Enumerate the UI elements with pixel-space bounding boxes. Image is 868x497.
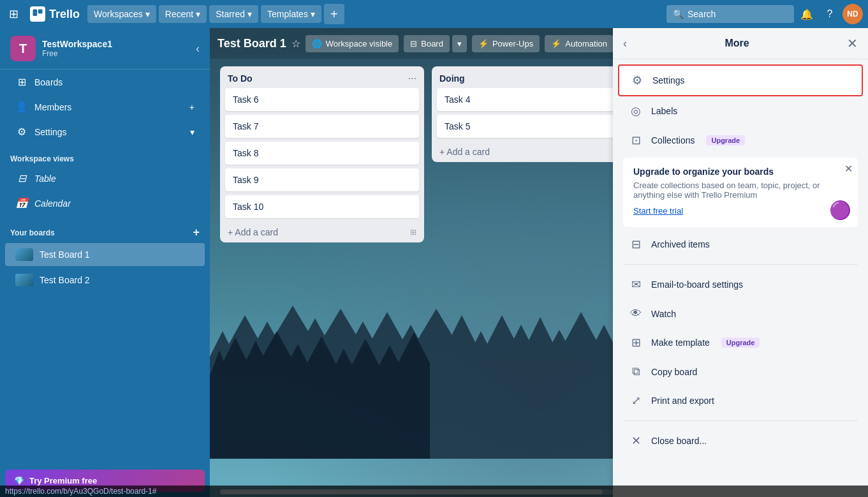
card-task9[interactable]: Task 9 xyxy=(225,168,419,191)
board-title: Test Board 1 xyxy=(217,37,286,50)
card-task5[interactable]: Task 5 xyxy=(437,115,631,138)
members-icon: 👤 xyxy=(15,101,28,113)
more-panel-item-collections[interactable]: ⊡ Collections Upgrade xyxy=(618,126,863,155)
sidebar-item-settings[interactable]: ⚙ Settings ▾ xyxy=(5,121,205,143)
copy-icon: ⧉ xyxy=(628,365,644,378)
premium-icon: 💎 xyxy=(14,476,24,486)
more-panel-item-email[interactable]: ✉ Email-to-board settings xyxy=(618,270,863,299)
archived-icon: ⊟ xyxy=(628,237,644,251)
start-free-trial-link[interactable]: Start free trial xyxy=(633,206,848,216)
sidebar-collapse-button[interactable]: ‹ xyxy=(196,42,200,56)
sidebar-item-members[interactable]: 👤 Members + xyxy=(5,96,205,118)
sidebar-settings-label: Settings xyxy=(34,127,67,137)
workspace-info: TestWorkspace1 Free xyxy=(42,39,189,58)
print-icon: ⤢ xyxy=(628,394,644,408)
add-board-button[interactable]: + xyxy=(193,226,200,239)
archived-label: Archived items xyxy=(651,239,710,249)
collections-upgrade-card: ✕ Upgrade to organize your boards Create… xyxy=(623,158,858,227)
collections-upgrade-close-button[interactable]: ✕ xyxy=(844,163,853,175)
add-card-doing-button[interactable]: + Add a card xyxy=(432,142,636,162)
workspace-views-section: Workspace views xyxy=(0,144,210,166)
workspaces-chevron-icon: ▾ xyxy=(145,9,150,19)
collections-label: Collections xyxy=(651,135,695,145)
workspaces-menu[interactable]: Workspaces ▾ xyxy=(87,5,156,23)
workspace-header: T TestWorkspace1 Free ‹ xyxy=(0,28,210,70)
board-view-dropdown[interactable]: ▾ xyxy=(452,35,467,52)
more-panel-item-labels[interactable]: ◎ Labels xyxy=(618,96,863,126)
workspace-views-label: Workspace views xyxy=(10,154,74,163)
table-label: Table xyxy=(34,174,56,184)
sidebar-item-boards[interactable]: ⊞ Boards xyxy=(5,71,205,93)
more-panel-item-close[interactable]: ✕ Close board... xyxy=(618,426,863,456)
automation-button[interactable]: ⚡ Automation xyxy=(545,35,614,52)
board-2-label: Test Board 2 xyxy=(40,275,90,285)
starred-menu[interactable]: Starred ▾ xyxy=(209,5,258,23)
list-todo-menu[interactable]: ··· xyxy=(408,73,416,84)
sidebar-item-calendar[interactable]: 📅 Calendar xyxy=(5,192,205,214)
close-board-label: Close board... xyxy=(651,436,707,446)
more-panel-item-copy[interactable]: ⧉ Copy board xyxy=(618,357,863,386)
board-1-label: Test Board 1 xyxy=(40,249,90,260)
workspace-name: TestWorkspace1 xyxy=(42,39,189,49)
board-thumb-2 xyxy=(15,274,33,286)
board-area: Test Board 1 ☆ 🌐 Workspace visible ⊟ Boa… xyxy=(210,28,868,497)
card-template-icon: ⊞ xyxy=(410,228,416,237)
collections-upgrade-badge: Upgrade xyxy=(706,135,745,145)
board-star-button[interactable]: ☆ xyxy=(291,38,300,50)
more-panel-close-button[interactable]: ✕ xyxy=(847,36,858,51)
watch-label: Watch xyxy=(651,309,676,319)
card-task7[interactable]: Task 7 xyxy=(225,115,419,138)
more-panel-item-settings[interactable]: ⚙ Settings xyxy=(618,64,863,96)
more-panel-header: ‹ More ✕ xyxy=(613,28,868,59)
search-placeholder: Search xyxy=(688,9,716,19)
board-visibility-button[interactable]: 🌐 Workspace visible xyxy=(305,35,399,52)
help-button[interactable]: ? xyxy=(820,4,840,24)
more-panel: ‹ More ✕ ⚙ Settings ◎ Labels ⊡ Collectio… xyxy=(613,28,868,497)
main-layout: T TestWorkspace1 Free ‹ ⊞ Boards 👤 Membe… xyxy=(0,28,868,497)
more-panel-item-template[interactable]: ⊞ Make template Upgrade xyxy=(618,328,863,357)
powerups-button[interactable]: ⚡ Power-Ups xyxy=(472,35,540,52)
add-member-icon[interactable]: + xyxy=(189,102,195,112)
create-button[interactable]: + xyxy=(324,4,344,24)
grid-icon[interactable]: ⊞ xyxy=(5,4,22,24)
svg-rect-0 xyxy=(33,10,38,17)
premium-badge-icon: 🟣 xyxy=(829,200,851,221)
app-logo[interactable]: Trello xyxy=(25,6,85,22)
board-view-button[interactable]: ⊟ Board xyxy=(404,35,450,52)
more-panel-item-archived[interactable]: ⊟ Archived items xyxy=(618,230,863,259)
sidebar-board-item-1[interactable]: Test Board 1 xyxy=(5,243,205,266)
email-label: Email-to-board settings xyxy=(651,279,743,290)
settings-panel-label: Settings xyxy=(652,75,685,85)
template-icon: ⊞ xyxy=(628,336,644,350)
user-avatar[interactable]: ND xyxy=(842,4,863,24)
add-card-todo-button[interactable]: + Add a card ⊞ xyxy=(220,222,424,242)
recent-menu[interactable]: Recent ▾ xyxy=(159,5,207,23)
list-todo-header: To Do ··· xyxy=(220,66,424,88)
print-label: Print and export xyxy=(651,396,714,406)
more-panel-back-button[interactable]: ‹ xyxy=(623,37,627,50)
card-task10[interactable]: Task 10 xyxy=(225,195,419,218)
card-task4[interactable]: Task 4 xyxy=(437,88,631,111)
email-icon: ✉ xyxy=(628,278,644,292)
template-upgrade-badge: Upgrade xyxy=(721,338,760,348)
sidebar-members-label: Members xyxy=(34,102,71,112)
templates-menu[interactable]: Templates ▾ xyxy=(261,5,321,23)
sidebar-item-table[interactable]: ⊟ Table xyxy=(5,167,205,189)
automation-label: Automation xyxy=(565,39,607,48)
automation-icon: ⚡ xyxy=(551,39,561,48)
workspaces-label: Workspaces xyxy=(94,9,143,19)
list-doing-title: Doing xyxy=(439,73,465,84)
add-card-doing-label: + Add a card xyxy=(439,147,490,157)
card-task8[interactable]: Task 8 xyxy=(225,142,419,165)
watch-icon: 👁 xyxy=(628,307,644,320)
notifications-button[interactable]: 🔔 xyxy=(797,4,817,24)
card-task6[interactable]: Task 6 xyxy=(225,88,419,111)
board-thumb-1 xyxy=(15,248,33,261)
workspace-plan: Free xyxy=(42,49,189,58)
more-panel-item-watch[interactable]: 👁 Watch xyxy=(618,299,863,328)
list-todo-title: To Do xyxy=(228,73,253,84)
sidebar-board-item-2[interactable]: Test Board 2 xyxy=(5,269,205,292)
search-bar[interactable]: 🔍 Search xyxy=(666,5,794,23)
visibility-label: Workspace visible xyxy=(326,39,393,48)
more-panel-item-print[interactable]: ⤢ Print and export xyxy=(618,386,863,415)
